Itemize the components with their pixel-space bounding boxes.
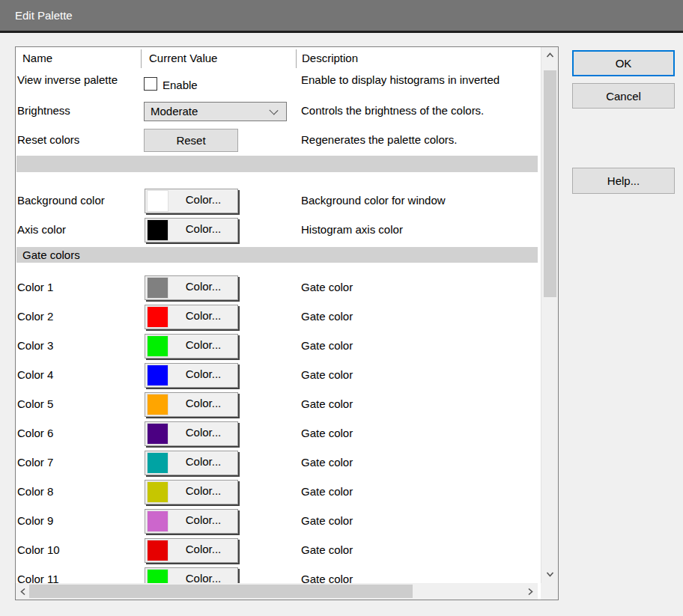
- row-value-cell: Color...: [145, 392, 238, 418]
- scroll-down-icon[interactable]: [546, 570, 553, 578]
- checkbox-label: Enable: [163, 79, 198, 91]
- color-button-label: Color...: [169, 426, 237, 439]
- row-name-label: Color 1: [17, 281, 53, 293]
- color-button-label: Color...: [169, 572, 237, 583]
- color-picker-button-color-5[interactable]: Color...: [145, 392, 238, 417]
- color-picker-button-color-8[interactable]: Color...: [145, 480, 238, 504]
- cancel-button[interactable]: Cancel: [572, 83, 675, 109]
- row-name-label: Background color: [17, 194, 105, 207]
- color-picker-button-color-7[interactable]: Color...: [145, 451, 238, 475]
- dropdown-selected-value: Moderate: [151, 105, 198, 118]
- row-name-label: Color 9: [17, 514, 53, 527]
- row-name-label: Brightness: [17, 104, 70, 117]
- row-value-cell: Color...: [145, 275, 238, 302]
- color-picker-button-background-color[interactable]: Color...: [145, 189, 238, 213]
- row-value-cell: Enable: [144, 76, 198, 91]
- row-value-cell: Color...: [145, 538, 238, 564]
- row-description: Gate color: [301, 368, 353, 381]
- vertical-scrollbar[interactable]: [541, 47, 558, 583]
- scroll-up-icon[interactable]: [546, 52, 553, 59]
- row-value-cell: Color...: [145, 305, 238, 331]
- row-color-4: Color 4Color...Gate color: [16, 363, 541, 392]
- row-name-label: View inverse palette: [17, 73, 118, 86]
- color-picker-button-axis-color[interactable]: Color...: [145, 218, 238, 243]
- color-picker-button-color-3[interactable]: Color...: [145, 334, 238, 359]
- row-background-color: Background colorColor...Background color…: [16, 189, 541, 218]
- reset-button[interactable]: Reset: [144, 129, 238, 152]
- color-picker-button-color-4[interactable]: Color...: [145, 363, 238, 388]
- row-description: Gate color: [301, 281, 353, 293]
- color-button-label: Color...: [169, 280, 237, 293]
- horizontal-scrollbar-thumb[interactable]: [29, 585, 413, 598]
- row-brightness: BrightnessModerateControls the brightnes…: [16, 102, 541, 127]
- row-value-cell: Color...: [145, 509, 238, 535]
- row-name-label: Color 11: [17, 573, 59, 583]
- row-color-9: Color 9Color...Gate color: [16, 509, 541, 538]
- color-picker-button-color-11[interactable]: Color...: [145, 567, 238, 583]
- titlebar: Edit Palette: [0, 0, 683, 33]
- row-name-label: Color 8: [17, 485, 53, 498]
- vertical-scrollbar-thumb[interactable]: [544, 70, 556, 297]
- row-name-label: Color 5: [17, 397, 53, 410]
- row-description: Gate color: [301, 573, 353, 583]
- enable-checkbox[interactable]: [144, 77, 157, 91]
- row-value-cell: Color...: [145, 363, 238, 389]
- row-description: Gate color: [301, 427, 353, 439]
- scroll-left-icon[interactable]: [19, 588, 27, 595]
- row-value-cell: Color...: [145, 218, 238, 244]
- color-picker-button-color-1[interactable]: Color...: [145, 275, 238, 300]
- horizontal-scrollbar[interactable]: [16, 583, 538, 600]
- section-header-label: Gate colors: [22, 248, 80, 261]
- row-description: Gate color: [301, 514, 353, 527]
- color-button-label: Color...: [169, 455, 237, 468]
- row-value-cell: Color...: [145, 334, 238, 360]
- chevron-down-icon: [269, 106, 278, 115]
- row-name-label: Color 4: [17, 368, 53, 381]
- row-description: Gate color: [301, 397, 353, 410]
- row-description: Enable to display histograms in inverted: [301, 73, 500, 86]
- color-picker-button-color-2[interactable]: Color...: [145, 305, 238, 329]
- row-reset-colors: Reset colorsResetRegenerates the palette…: [16, 127, 541, 156]
- row-color-3: Color 3Color...Gate color: [16, 334, 541, 363]
- row-value-cell: Color...: [145, 451, 238, 477]
- row-color-11: Color 11Color...Gate color: [16, 567, 541, 583]
- scroll-right-icon[interactable]: [526, 588, 534, 595]
- color-picker-button-color-9[interactable]: Color...: [145, 509, 238, 534]
- palette-property-grid: Name Current Value Description View inve…: [15, 46, 559, 600]
- window-title: Edit Palette: [0, 9, 73, 22]
- row-description: Gate color: [301, 456, 353, 469]
- row-name-label: Color 3: [17, 339, 53, 352]
- color-button-label: Color...: [169, 368, 237, 380]
- row-value-cell: Color...: [145, 189, 238, 215]
- color-swatch: [148, 220, 168, 240]
- color-button-label: Color...: [169, 193, 237, 206]
- row-color-5: Color 5Color...Gate color: [16, 392, 541, 421]
- color-swatch: [148, 307, 168, 327]
- help-button[interactable]: Help...: [572, 168, 675, 194]
- color-button-label: Color...: [169, 222, 237, 235]
- color-swatch: [148, 540, 168, 561]
- row-value-cell: Moderate: [144, 102, 287, 121]
- row-name-label: Color 2: [17, 310, 53, 323]
- grid-rows: View inverse paletteEnableEnable to disp…: [16, 70, 541, 583]
- row-description: Background color for window: [301, 194, 446, 207]
- brightness-dropdown[interactable]: Moderate: [144, 102, 287, 121]
- row-value-cell: Reset: [144, 129, 238, 152]
- ok-button[interactable]: OK: [572, 50, 675, 76]
- row-color-10: Color 10Color...Gate color: [16, 538, 541, 567]
- color-swatch: [148, 365, 168, 385]
- row-color-1: Color 1Color...Gate color: [16, 275, 541, 305]
- color-swatch: [148, 336, 168, 356]
- column-divider: [296, 49, 297, 68]
- row-name-label: Color 10: [17, 543, 60, 556]
- color-swatch: [148, 424, 168, 444]
- row-description: Controls the brightness of the colors.: [301, 104, 484, 117]
- color-picker-button-color-6[interactable]: Color...: [145, 421, 238, 446]
- row-color-6: Color 6Color...Gate color: [16, 421, 541, 451]
- color-button-label: Color...: [169, 338, 237, 351]
- color-button-label: Color...: [169, 484, 237, 497]
- row-color-2: Color 2Color...Gate color: [16, 305, 541, 334]
- row-view-inverse-palette: View inverse paletteEnableEnable to disp…: [16, 70, 541, 102]
- color-picker-button-color-10[interactable]: Color...: [145, 538, 238, 563]
- row-value-cell: Color...: [145, 421, 238, 448]
